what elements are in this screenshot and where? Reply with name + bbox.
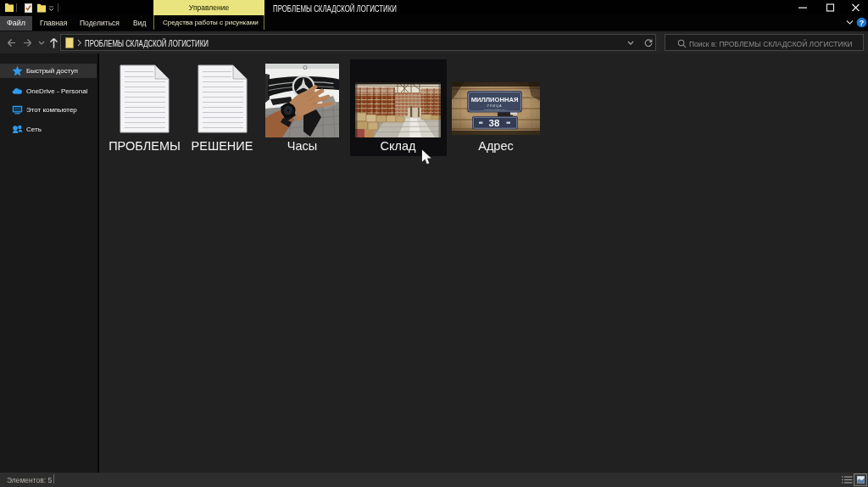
svg-text:38: 38 <box>489 118 500 128</box>
svg-text:?: ? <box>860 19 865 27</box>
svg-text:УЛИЦА: УЛИЦА <box>487 104 503 108</box>
svg-text:МИЛЛИОННАЯ: МИЛЛИОННАЯ <box>471 96 519 104</box>
svg-text:МИЛЛИОНЕРЛЕР КӨЧ: МИЛЛИОНЕРЛЕР КӨЧ <box>484 109 506 111</box>
